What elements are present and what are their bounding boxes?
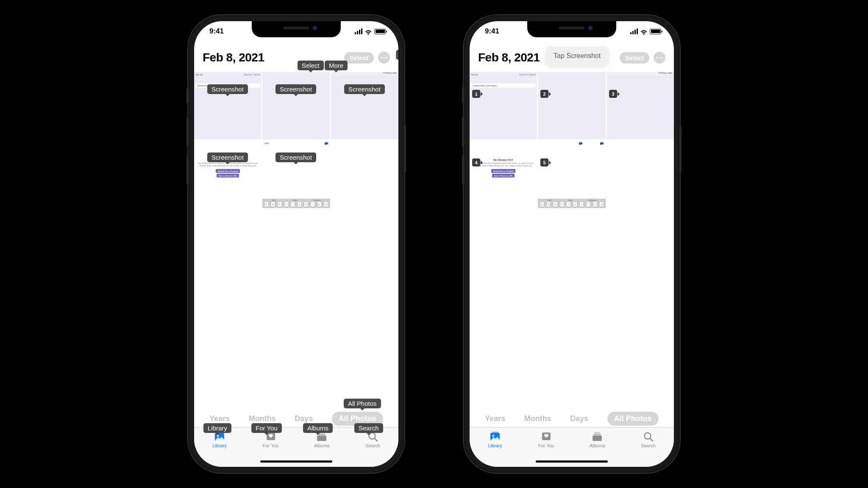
volume-up xyxy=(462,117,464,147)
more-button[interactable] xyxy=(654,52,665,64)
overlay-all-photos: All Photos xyxy=(344,399,381,408)
tab-label: Search xyxy=(641,443,656,448)
mini-text: You ns xyxy=(471,73,478,76)
item-number-badge: 3 xyxy=(609,90,617,98)
phone-left: 9:41 Feb 8, 2021 Select Select Select Mo… xyxy=(188,15,404,473)
select-button[interactable]: Select xyxy=(620,52,649,64)
seg-all-photos[interactable]: All Photos xyxy=(607,412,659,426)
svg-point-2 xyxy=(386,57,387,58)
kb-suggestions: "Hello"HelloHelloween xyxy=(538,199,605,202)
home-indicator[interactable] xyxy=(536,460,608,463)
overlay-screenshot: Screenshot xyxy=(207,152,248,162)
photo-thumb[interactable]: Hi! Bring a cake xyxy=(331,72,398,139)
photo-thumb[interactable]: "Hello"HelloHelloween qwertyuiop xyxy=(538,140,605,208)
mute-switch xyxy=(186,87,189,103)
mini-text: Create New Command... xyxy=(471,83,536,88)
notch xyxy=(527,21,616,37)
mini-button: Add a Show by URL xyxy=(492,174,515,177)
mini-text: Hi! Bring a cake xyxy=(383,72,397,74)
screen: 9:41 Feb 8, 2021 Select Select Select Mo… xyxy=(194,21,398,467)
overlay-more: More xyxy=(325,61,348,70)
tab-search[interactable]: Search xyxy=(356,431,390,467)
ellipsis-icon xyxy=(381,57,387,58)
seg-months[interactable]: Months xyxy=(524,412,551,426)
home-indicator[interactable] xyxy=(260,460,332,463)
photo-thumb[interactable] xyxy=(262,72,330,139)
tab-label: Albums xyxy=(314,443,330,448)
tab-label: Library xyxy=(212,443,227,448)
mini-text: Spanish (Spain) xyxy=(519,73,536,76)
overlay-select: Select xyxy=(298,61,324,70)
header: Feb 8, 2021 Select xyxy=(194,47,398,67)
tab-library[interactable]: Library xyxy=(203,431,236,467)
svg-rect-9 xyxy=(317,435,326,441)
photo-thumb[interactable]: Hello "Hello"HelloHelloween qwertyuiop xyxy=(262,140,330,208)
kb-suggestions: "Hello"HelloHelloween xyxy=(262,199,330,202)
overlay-screenshot: Screenshot xyxy=(207,84,248,94)
page-title: Feb 8, 2021 xyxy=(203,51,264,64)
mini-text: Spanish (Spain) xyxy=(244,73,260,76)
mute-switch xyxy=(462,87,464,103)
view-segmented-control: Years Months Days All Photos xyxy=(476,410,668,427)
overlay-tab-albums: Albums xyxy=(303,423,333,433)
overlay-screenshot: Screenshot xyxy=(275,152,316,162)
overlay-tab-library: Library xyxy=(203,423,231,433)
phone-right: 9:41 Feb 8, 2021 Select Tap Screenshot xyxy=(464,15,680,473)
overlay-screenshot: Screenshot xyxy=(344,84,385,94)
status-time: 9:41 xyxy=(485,27,499,36)
seg-days[interactable]: Days xyxy=(570,412,588,426)
power-button xyxy=(404,125,406,172)
select-button[interactable]: Select xyxy=(344,52,374,64)
svg-point-17 xyxy=(492,435,495,437)
kb-row: qwertyuiop xyxy=(262,202,330,208)
photo-thumb[interactable]: No Shows Yet? Use the Browse tab to disc… xyxy=(470,140,537,208)
albums-icon xyxy=(591,431,603,442)
svg-point-14 xyxy=(661,57,662,58)
ellipsis-icon xyxy=(656,57,663,58)
mini-text: Hello xyxy=(264,142,269,144)
tab-search[interactable]: Search xyxy=(632,431,665,467)
svg-line-23 xyxy=(650,438,653,441)
wifi-icon xyxy=(640,29,648,34)
svg-point-1 xyxy=(383,57,384,58)
cellular-icon xyxy=(355,28,363,34)
photo-thumb[interactable] xyxy=(538,72,605,139)
mini-button: Search For a Podcast xyxy=(491,169,515,173)
overlay-tab-foryou: For You xyxy=(251,423,282,433)
svg-rect-16 xyxy=(492,432,498,433)
photo-thumb[interactable]: You nsSpanish (Spain) Create New Command… xyxy=(470,72,537,139)
tab-library[interactable]: Library xyxy=(478,431,512,467)
photo-thumb[interactable]: Hi! Bring a cake xyxy=(606,72,674,139)
notch xyxy=(252,21,341,37)
svg-rect-21 xyxy=(593,435,602,441)
volume-up xyxy=(186,117,189,147)
svg-point-5 xyxy=(217,435,219,437)
item-number-badge: 1 xyxy=(472,90,480,98)
tab-label: For You xyxy=(538,443,554,448)
mini-text: You ns xyxy=(195,73,203,76)
tab-label: Albums xyxy=(590,443,605,448)
seg-years[interactable]: Years xyxy=(485,412,505,426)
item-number-badge: 5 xyxy=(540,158,548,166)
wifi-icon xyxy=(364,29,372,34)
photo-thumb[interactable]: You nsSpanish (Spain) Create New Command… xyxy=(194,72,262,139)
page-title: Feb 8, 2021 xyxy=(478,51,540,64)
speech-icon xyxy=(324,142,328,145)
mini-keyboard: "Hello"HelloHelloween qwertyuiop xyxy=(538,199,605,208)
volume-down xyxy=(462,155,464,185)
battery-icon xyxy=(650,29,661,34)
item-number-badge: 2 xyxy=(540,90,548,98)
screen: 9:41 Feb 8, 2021 Select Tap Screenshot xyxy=(470,21,674,467)
svg-line-11 xyxy=(375,438,377,441)
kb-row: qwertyuiop xyxy=(538,202,605,208)
mini-button: Search For a Podcast xyxy=(216,169,239,173)
photo-thumb[interactable]: No Shows Yet? Use the Browse tab to disc… xyxy=(194,140,262,208)
volume-down xyxy=(186,155,189,185)
tab-label: Search xyxy=(365,443,380,448)
speech-icon xyxy=(579,142,583,145)
more-button[interactable] xyxy=(378,52,390,64)
overlay-tab-search: Search xyxy=(354,423,383,433)
svg-point-0 xyxy=(381,57,382,58)
tab-label: For You xyxy=(263,443,279,448)
svg-point-13 xyxy=(659,57,660,58)
